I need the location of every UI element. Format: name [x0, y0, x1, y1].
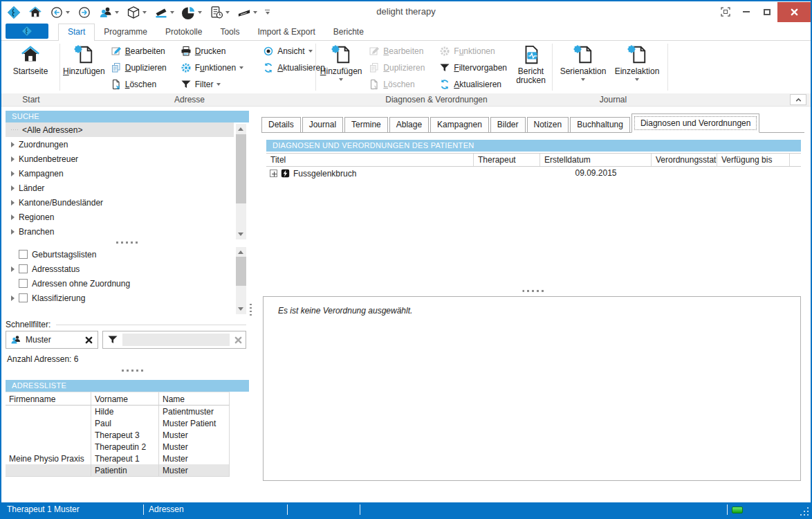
table-row[interactable]: Meine Physio PraxisTherapeut 1Muster — [6, 453, 230, 464]
tab-termine[interactable]: Termine — [344, 117, 388, 132]
tree-item-adressen-ohne-zuordnung[interactable]: Adressen ohne Zuordnung — [6, 276, 249, 291]
ribbon-tab-tools[interactable]: Tools — [211, 24, 248, 40]
scroll-up-icon[interactable] — [238, 251, 243, 254]
maximize-button[interactable] — [757, 2, 777, 22]
scrollbar-thumb[interactable] — [236, 257, 246, 286]
dropdown-caret-icon[interactable] — [115, 11, 119, 14]
tree-item-branchen[interactable]: Branchen — [6, 224, 249, 239]
dropdown-caret-icon[interactable] — [142, 11, 147, 14]
products-icon[interactable] — [127, 6, 147, 19]
expand-arrow-icon[interactable] — [11, 142, 15, 147]
tab-kampagnen[interactable]: Kampagnen — [430, 117, 489, 132]
checkbox[interactable] — [19, 264, 28, 273]
application-button[interactable] — [6, 24, 48, 39]
adresse-filter-button[interactable]: Filter — [178, 77, 246, 91]
tab-bilder[interactable]: Bilder — [490, 117, 526, 132]
splitter-handle[interactable] — [122, 370, 143, 372]
ribbon-tab-import-export[interactable]: Import & Export — [248, 24, 324, 40]
splitter-handle[interactable] — [116, 242, 138, 244]
ribbon-tab-berichte[interactable]: Berichte — [324, 24, 373, 40]
close-button[interactable] — [777, 2, 811, 22]
dropdown-caret-icon[interactable] — [66, 11, 70, 14]
expand-arrow-icon[interactable] — [11, 171, 15, 176]
panel-splitter-grip[interactable] — [250, 304, 252, 316]
expand-arrow-icon[interactable] — [11, 200, 15, 206]
diagnosen-row[interactable]: Fussgelenkbruch 09.09.2015 — [266, 167, 801, 179]
diagnosen-funktionen-button[interactable]: Funktionen — [436, 44, 510, 58]
column-header-titel[interactable]: Titel — [266, 154, 474, 166]
column-header-verordnungsstatus[interactable]: Verordnungsstatus — [652, 154, 717, 166]
collapse-ribbon-button[interactable] — [790, 94, 806, 105]
tree-item-geburtstagslisten[interactable]: Geburtstagslisten — [6, 247, 249, 262]
dropdown-caret-icon[interactable] — [170, 11, 174, 14]
name-filter-field[interactable]: Muster — [6, 331, 98, 349]
dropdown-caret-icon[interactable] — [225, 11, 230, 14]
scroll-down-icon[interactable] — [238, 233, 243, 236]
expand-arrow-icon[interactable] — [11, 185, 15, 191]
ribbon-tab-programme[interactable]: Programme — [95, 24, 156, 40]
adresse-duplizieren-button[interactable]: Duplizieren — [108, 60, 169, 75]
tab-journal[interactable]: Journal — [302, 117, 343, 132]
tree-item-kantone[interactable]: Kantone/Bundesländer — [6, 195, 249, 210]
expand-arrow-icon[interactable] — [11, 229, 15, 235]
tab-buchhaltung[interactable]: Buchhaltung — [570, 117, 630, 132]
diagnosen-duplizieren-button[interactable]: Duplizieren — [366, 60, 427, 75]
adresse-funktionen-button[interactable]: Funktionen — [178, 60, 246, 75]
tree-item-kundenbetreuer[interactable]: Kundenbetreuer — [6, 152, 249, 166]
home-icon[interactable] — [28, 6, 42, 19]
tab-ablage[interactable]: Ablage — [389, 117, 429, 132]
clear-filter-icon[interactable] — [234, 336, 243, 345]
tab-notizen[interactable]: Notizen — [527, 117, 569, 132]
expand-plus-icon[interactable] — [270, 170, 277, 177]
text-filter-field[interactable] — [102, 331, 246, 349]
adresse-hinzufuegen-button[interactable]: Hinzufügen — [63, 42, 105, 76]
clear-filter-icon[interactable] — [84, 336, 93, 345]
diagnosen-bearbeiten-button[interactable]: Bearbeiten — [366, 44, 427, 58]
einzelaktion-button[interactable]: Einzelaktion — [613, 42, 661, 81]
tab-diagnosen-und-verordnungen[interactable]: Diagnosen und Verordnungen — [631, 113, 759, 133]
table-row[interactable]: Therapeutin 2Muster — [6, 441, 230, 453]
table-row[interactable]: Therapeut 3Muster — [6, 429, 230, 441]
diagnosen-aktualisieren-button[interactable]: Aktualisieren — [436, 77, 510, 91]
column-header-therapeut[interactable]: Therapeut — [474, 154, 540, 166]
nav-back-icon[interactable] — [50, 6, 70, 19]
search-tree-scrollbar[interactable] — [236, 124, 246, 239]
journal-icon[interactable] — [210, 6, 230, 19]
checkbox[interactable] — [19, 279, 28, 288]
table-row[interactable]: HildePatientmuster — [6, 406, 230, 417]
table-row-selected[interactable]: PatientinMuster — [6, 464, 230, 476]
scroll-up-icon[interactable] — [238, 127, 243, 131]
tab-details[interactable]: Details — [261, 117, 301, 132]
tree-item-regionen[interactable]: Regionen — [6, 210, 249, 224]
serienaktion-button[interactable]: Serienaktion — [560, 42, 607, 81]
scroll-down-icon[interactable] — [238, 307, 243, 311]
splitter-handle[interactable] — [522, 290, 544, 292]
expand-arrow-icon[interactable] — [11, 215, 15, 220]
fullscreen-button[interactable] — [715, 2, 736, 22]
filter-tree-scrollbar[interactable] — [236, 247, 246, 314]
text-filter-input[interactable] — [122, 334, 230, 346]
diagnosen-hinzufuegen-button[interactable]: Hinzufügen — [319, 42, 363, 81]
tree-item-alle-adressen[interactable]: <Alle Adressen> — [6, 122, 234, 137]
diagnosen-loeschen-button[interactable]: Löschen — [366, 77, 427, 91]
dropdown-caret-icon[interactable] — [253, 11, 257, 14]
resize-grip[interactable] — [807, 514, 809, 516]
adresse-bearbeiten-button[interactable]: Bearbeiten — [108, 44, 169, 58]
column-header-erstelldatum[interactable]: Erstelldatum — [540, 154, 652, 166]
nav-forward-icon[interactable] — [77, 6, 91, 19]
scrollbar-thumb[interactable] — [236, 134, 246, 203]
table-row[interactable]: PaulMuster Patient — [6, 417, 230, 429]
expand-arrow-icon[interactable] — [11, 266, 15, 272]
expand-arrow-icon[interactable] — [11, 156, 15, 162]
qat-customize-icon[interactable] — [265, 10, 270, 15]
tree-item-klassifizierung[interactable]: Klassifizierung — [6, 291, 249, 305]
ribbon-tab-start[interactable]: Start — [58, 24, 95, 41]
expand-arrow-icon[interactable] — [11, 295, 15, 301]
app-logo-icon[interactable] — [7, 6, 21, 19]
cash-register-icon[interactable] — [154, 6, 174, 19]
ribbon-tab-protokolle[interactable]: Protokolle — [156, 24, 211, 40]
tree-item-zuordnungen[interactable]: Zuordnungen — [6, 137, 249, 152]
adresse-loeschen-button[interactable]: Löschen — [108, 77, 169, 91]
dropdown-caret-icon[interactable] — [198, 11, 202, 14]
scanner-icon[interactable] — [237, 6, 257, 19]
